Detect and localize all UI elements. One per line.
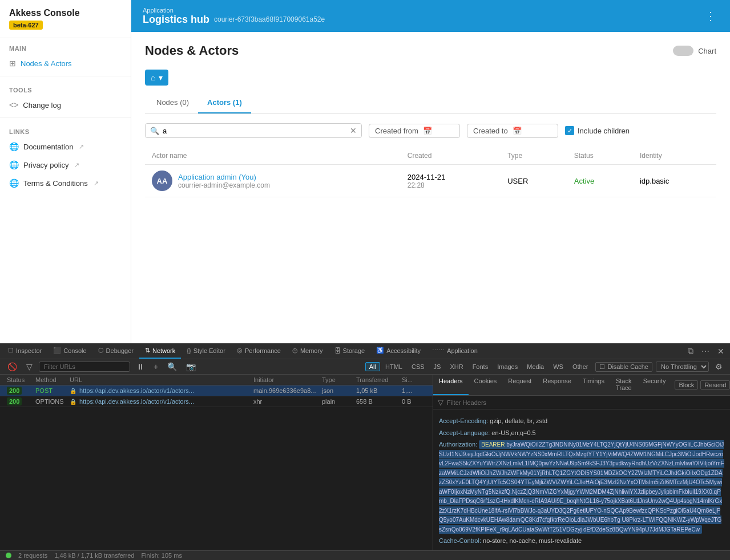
sidebar-item-nodes-actors[interactable]: ⊞ Nodes & Actors — [0, 54, 131, 72]
devtools-tab-memory[interactable]: ◷ Memory — [287, 343, 329, 359]
row-status-options: 200 — [5, 398, 33, 405]
filter-type-js[interactable]: JS — [430, 362, 445, 371]
col-header-url: URL — [67, 376, 251, 383]
transferred-info: 1,48 kB / 1,71 kB transferred — [54, 552, 134, 559]
sidebar-item-label: Privacy policy — [23, 161, 68, 169]
network-filter-button[interactable]: ▽ — [23, 361, 35, 372]
col-status: Status — [567, 147, 633, 165]
search-input[interactable] — [163, 127, 346, 135]
header-more-button[interactable]: ⋮ — [700, 7, 721, 25]
filter-type-fonts[interactable]: Fonts — [469, 362, 493, 371]
include-children-checkbox[interactable]: ✓ — [565, 126, 574, 135]
filter-type-all[interactable]: All — [365, 362, 380, 371]
filter-type-css[interactable]: CSS — [408, 362, 429, 371]
sidebar-item-documentation[interactable]: 🌐 Documentation ↗ — [0, 137, 131, 156]
table-row[interactable]: AA Application admin (You) courrier-admi… — [145, 165, 716, 197]
created-from-label: Created from — [375, 127, 418, 135]
sidebar-item-terms[interactable]: 🌐 Terms & Conditions ↗ — [0, 174, 131, 192]
devtools-tab-accessibility[interactable]: ♿ Accessibility — [370, 343, 426, 359]
devtools-tab-style-editor[interactable]: {} Style Editor — [181, 344, 231, 359]
block-button[interactable]: Block — [675, 380, 698, 389]
col-header-status: Status — [5, 376, 33, 383]
devtools-tab-inspector[interactable]: ☐ Inspector — [2, 343, 47, 359]
finish-time: Finish: 105 ms — [141, 552, 182, 559]
header-value-cache: no-store, no-cache, must-revalidate — [483, 537, 582, 544]
devtools-tab-application[interactable]: ⋯⋯ Application — [426, 343, 483, 359]
col-header-method: Method — [33, 376, 67, 383]
devtools-tab-actions: ⧉ ⋯ ✕ — [684, 344, 728, 358]
filter-type-xhr[interactable]: XHR — [446, 362, 467, 371]
filter-type-media[interactable]: Media — [523, 362, 548, 371]
filter-type-other[interactable]: Other — [568, 362, 592, 371]
created-from-picker[interactable]: Created from 📅 — [369, 124, 460, 138]
calendar-to-icon: 📅 — [513, 127, 522, 135]
devtools-tab-console[interactable]: ⬛ Console — [47, 343, 92, 359]
header-value-auth: BEARER byJraWQiOiI2ZTg3NDNiNy01MzY4LTQ2Y… — [439, 440, 724, 534]
network-clear-button[interactable]: 🚫 — [5, 361, 20, 372]
globe-icon: 🌐 — [9, 142, 19, 151]
home-icon: ⌂ — [151, 73, 155, 82]
accessibility-icon: ♿ — [376, 347, 384, 354]
headers-tab-security[interactable]: Security — [638, 375, 672, 395]
debugger-icon: ⬡ — [98, 347, 104, 354]
header-value: en-US,en;q=0.5 — [491, 429, 535, 436]
filter-type-images[interactable]: Images — [493, 362, 522, 371]
console-icon: ⬛ — [53, 347, 61, 354]
filter-type-ws[interactable]: WS — [549, 362, 567, 371]
page-title: Nodes & Actors — [145, 43, 239, 58]
sidebar-item-change-log[interactable]: <> Change log — [0, 96, 131, 114]
sidebar-section-main: MAIN — [0, 38, 131, 54]
filter-urls-input[interactable] — [39, 362, 130, 372]
home-button-row: ⌂ ▾ — [145, 70, 716, 86]
filter-headers-icon: ▽ — [438, 398, 443, 407]
devtools-tab-performance[interactable]: ◎ Performance — [231, 343, 287, 359]
bearer-keyword: BEARER — [481, 441, 505, 448]
row-url-post: 🔒 https://api.dev.akkess.io/actor/v1/act… — [67, 387, 251, 394]
headers-tab-stack-trace[interactable]: Stack Trace — [610, 375, 638, 395]
headers-tab-request[interactable]: Request — [502, 375, 537, 395]
header-app-label: Application — [143, 7, 325, 14]
headers-tab-headers[interactable]: Headers — [433, 375, 469, 395]
network-settings-button[interactable]: ⚙ — [712, 361, 725, 372]
filter-headers-input[interactable] — [447, 399, 725, 406]
network-list: Status Method URL Initiator Type Transfe… — [0, 375, 433, 550]
row-initiator-post: main.969e6336e9a8... — [251, 387, 320, 394]
network-row-post[interactable]: 200 POST 🔒 https://api.dev.akkess.io/act… — [0, 385, 433, 396]
memory-icon: ◷ — [292, 347, 298, 354]
headers-tab-cookies[interactable]: Cookies — [469, 375, 503, 395]
throttle-select[interactable]: No Throttling — [656, 362, 709, 372]
row-status-post: 200 — [5, 387, 33, 394]
headers-tab-response[interactable]: Response — [537, 375, 577, 395]
filter-type-html[interactable]: HTML — [381, 362, 406, 371]
header-title: Logistics hub courier-673f3baa68f9170090… — [143, 14, 325, 26]
tab-nodes[interactable]: Nodes (0) — [147, 92, 198, 113]
actor-identity: idp.basic — [633, 165, 716, 197]
network-search-button[interactable]: 🔍 — [164, 361, 180, 372]
storage-label: Storage — [343, 347, 365, 354]
devtools-more-button[interactable]: ⋯ — [698, 344, 713, 358]
network-camera-button[interactable]: 📷 — [183, 361, 199, 372]
created-to-picker[interactable]: Created to 📅 — [467, 124, 558, 138]
globe-icon-3: 🌐 — [9, 178, 19, 188]
home-button[interactable]: ⌂ ▾ — [145, 70, 168, 86]
content-area: Nodes & Actors Chart ⌂ ▾ Nod — [131, 32, 730, 343]
network-pause-button[interactable]: ⏸ — [134, 361, 147, 372]
tab-actors[interactable]: Actors (1) — [198, 92, 251, 113]
devtools-dock-button[interactable]: ⧉ — [684, 344, 697, 358]
devtools-tab-storage[interactable]: 🗄 Storage — [329, 344, 371, 359]
devtools-close-button[interactable]: ✕ — [714, 344, 728, 358]
sidebar-section-links: LINKS — [0, 121, 131, 137]
clear-search-button[interactable]: ✕ — [350, 126, 357, 135]
chart-toggle-switch[interactable] — [673, 46, 693, 56]
resend-button[interactable]: Resend — [700, 380, 730, 389]
filter-row: 🔍 ✕ Created from 📅 Created to 📅 ✓ — [145, 123, 716, 138]
devtools-tab-debugger[interactable]: ⬡ Debugger — [92, 343, 139, 359]
row-transferred-post: 1,05 kB — [354, 387, 400, 394]
network-add-button[interactable]: + — [151, 361, 161, 372]
disable-cache-button[interactable]: ☐ Disable Cache — [595, 362, 652, 372]
network-row-options[interactable]: 200 OPTIONS 🔒 https://api.dev.akkess.io/… — [0, 396, 433, 407]
actors-table: Actor name Created Type Status Identity — [145, 147, 716, 197]
sidebar-item-privacy-policy[interactable]: 🌐 Privacy policy ↗ — [0, 156, 131, 174]
headers-tab-timings[interactable]: Timings — [577, 375, 610, 395]
devtools-tab-network[interactable]: ⇅ Network — [139, 343, 181, 359]
